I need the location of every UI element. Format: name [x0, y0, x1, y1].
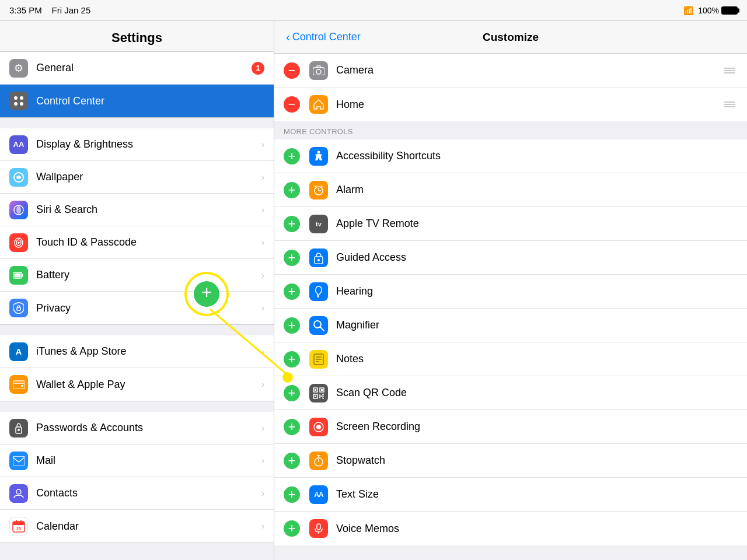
- add-magnifier-button[interactable]: +: [284, 317, 300, 334]
- notes-label: Notes: [336, 353, 738, 365]
- status-indicators: 📶 100%: [683, 6, 738, 15]
- svg-point-34: [317, 259, 320, 261]
- sidebar-item-label-privacy: Privacy: [36, 302, 258, 314]
- sidebar[interactable]: Settings ⚙ General 1 Control Center: [0, 21, 274, 560]
- notes-app-icon: [309, 350, 328, 369]
- control-item-stopwatch[interactable]: + Stopwatch: [274, 444, 747, 478]
- control-item-textsize[interactable]: + AA Text Size: [274, 478, 747, 512]
- home-drag-handle[interactable]: [721, 99, 738, 110]
- sidebar-item-label-itunes: iTunes & App Store: [36, 345, 258, 358]
- camera-label: Camera: [336, 64, 721, 76]
- svg-point-35: [314, 321, 321, 328]
- sidebar-item-control-center[interactable]: Control Center: [0, 85, 274, 117]
- remove-camera-button[interactable]: −: [284, 62, 300, 79]
- control-item-hearing[interactable]: + Hearing: [274, 275, 747, 309]
- sidebar-item-calendar[interactable]: 25 Calendar ›: [0, 510, 274, 542]
- control-item-scanqr[interactable]: + Scan QR Code: [274, 376, 747, 410]
- add-accessibility-button[interactable]: +: [284, 148, 300, 164]
- sidebar-item-battery[interactable]: Battery ›: [0, 259, 274, 292]
- control-item-accessibility[interactable]: + Accessibility Shortcuts: [274, 139, 747, 173]
- back-chevron-icon: ‹: [286, 30, 290, 44]
- svg-point-1: [20, 96, 23, 100]
- general-badge: 1: [252, 62, 264, 75]
- screenrec-app-icon: [309, 418, 328, 436]
- alarm-label: Alarm: [336, 184, 738, 196]
- siri-icon: [9, 201, 28, 219]
- chevron-icon: ›: [261, 456, 264, 466]
- add-alarm-button[interactable]: +: [284, 182, 300, 198]
- sidebar-group-2: AA Display & Brightness › Wallpaper › Si…: [0, 128, 274, 325]
- sidebar-item-siri[interactable]: Siri & Search ›: [0, 194, 274, 226]
- voicememos-label: Voice Memos: [336, 523, 738, 535]
- camera-drag-handle[interactable]: [721, 65, 738, 76]
- appletv-label: Apple TV Remote: [336, 218, 738, 230]
- gear-icon: ⚙: [9, 59, 28, 78]
- svg-rect-12: [15, 273, 21, 277]
- sidebar-title: Settings: [0, 21, 274, 52]
- back-label: Control Center: [292, 31, 361, 43]
- current-controls-list: − Camera − Home: [274, 54, 747, 121]
- sidebar-item-general[interactable]: ⚙ General 1: [0, 52, 274, 85]
- svg-line-36: [320, 327, 324, 331]
- accessibility-label: Accessibility Shortcuts: [336, 150, 738, 162]
- scanqr-app-icon: [309, 384, 328, 402]
- add-textsize-button[interactable]: +: [284, 487, 300, 503]
- control-item-appletv[interactable]: + tv Apple TV Remote: [274, 207, 747, 241]
- sidebar-item-wallet[interactable]: Wallet & Apple Pay ›: [0, 368, 274, 401]
- sidebar-item-contacts[interactable]: Contacts ›: [0, 477, 274, 510]
- stopwatch-app-icon: [309, 452, 328, 470]
- guided-label: Guided Access: [336, 251, 738, 264]
- add-screenrec-button[interactable]: +: [284, 419, 300, 435]
- sidebar-item-touchid[interactable]: Touch ID & Passcode ›: [0, 226, 274, 259]
- add-voicememos-button[interactable]: +: [284, 520, 300, 537]
- control-item-notes[interactable]: + Notes: [274, 342, 747, 376]
- sidebar-item-label-control-center: Control Center: [36, 95, 264, 107]
- sidebar-item-label-calendar: Calendar: [36, 520, 258, 533]
- hearing-app-icon: [309, 282, 328, 301]
- battery-icon: [9, 266, 28, 285]
- add-stopwatch-button[interactable]: +: [284, 453, 300, 469]
- back-button[interactable]: ‹ Control Center: [286, 30, 379, 44]
- control-item-home[interactable]: − Home: [274, 88, 747, 121]
- remove-home-button[interactable]: −: [284, 96, 300, 113]
- sidebar-item-itunes[interactable]: A iTunes & App Store ›: [0, 335, 274, 368]
- add-notes-button[interactable]: +: [284, 351, 300, 368]
- svg-point-9: [18, 242, 20, 244]
- chevron-icon: ›: [261, 237, 264, 248]
- svg-rect-18: [13, 456, 25, 466]
- add-scanqr-button[interactable]: +: [284, 385, 300, 401]
- control-item-alarm[interactable]: + Alarm: [274, 173, 747, 207]
- accessibility-app-icon: [309, 147, 328, 166]
- svg-text:25: 25: [16, 527, 21, 531]
- sidebar-item-privacy[interactable]: Privacy ›: [0, 292, 274, 324]
- add-appletv-button[interactable]: +: [284, 216, 300, 232]
- chevron-icon: ›: [261, 423, 264, 433]
- svg-rect-46: [315, 396, 316, 397]
- screenrec-label: Screen Recording: [336, 421, 738, 433]
- sidebar-item-label-passwords: Passwords & Accounts: [36, 422, 258, 434]
- sidebar-item-display[interactable]: AA Display & Brightness ›: [0, 128, 274, 161]
- control-item-guided[interactable]: + Guided Access: [274, 241, 747, 275]
- add-hearing-button[interactable]: +: [284, 284, 300, 300]
- svg-point-2: [14, 102, 18, 106]
- control-item-camera[interactable]: − Camera: [274, 54, 747, 88]
- control-item-magnifier[interactable]: + Magnifier: [274, 309, 747, 342]
- svg-point-0: [14, 96, 18, 100]
- svg-line-31: [315, 186, 316, 187]
- sidebar-group-1: ⚙ General 1 Control Center: [0, 52, 274, 118]
- voicememos-app-icon: [309, 519, 328, 538]
- control-item-screenrec[interactable]: + Screen Recording: [274, 410, 747, 444]
- sidebar-item-mail[interactable]: Mail ›: [0, 444, 274, 477]
- sidebar-item-passwords[interactable]: Passwords & Accounts ›: [0, 412, 274, 444]
- control-item-voicememos[interactable]: + Voice Memos: [274, 512, 747, 545]
- magnifier-app-icon: [309, 316, 328, 335]
- chevron-icon: ›: [261, 205, 264, 215]
- sidebar-item-wallpaper[interactable]: Wallpaper ›: [0, 161, 274, 194]
- right-panel: ‹ Control Center Customize − Camera −: [274, 21, 747, 560]
- home-app-icon: [309, 95, 328, 114]
- svg-rect-21: [13, 522, 25, 525]
- touchid-icon: [9, 233, 28, 252]
- mail-icon: [9, 452, 28, 470]
- wifi-icon: 📶: [683, 6, 693, 15]
- add-guided-button[interactable]: +: [284, 250, 300, 266]
